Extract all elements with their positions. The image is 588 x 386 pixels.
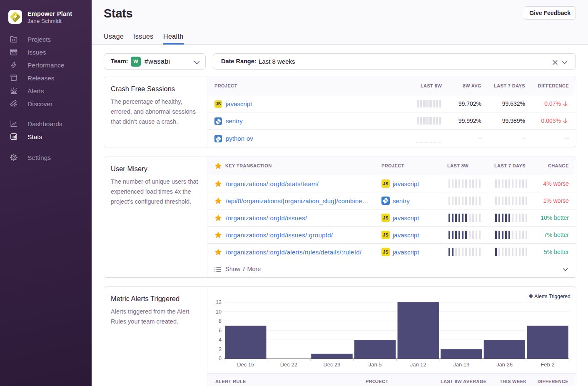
svg-text:Jan 5: Jan 5 bbox=[369, 361, 382, 368]
svg-text:Alerts Triggered: Alerts Triggered bbox=[534, 294, 571, 299]
svg-text:6: 6 bbox=[219, 328, 222, 334]
svg-text:Feb 2: Feb 2 bbox=[541, 361, 554, 368]
svg-text:Jan 19: Jan 19 bbox=[453, 361, 469, 368]
svg-text:Jan 26: Jan 26 bbox=[496, 361, 513, 368]
svg-text:Dec 22: Dec 22 bbox=[280, 361, 297, 368]
svg-text:10: 10 bbox=[216, 309, 222, 315]
svg-text:Dec 15: Dec 15 bbox=[237, 361, 254, 368]
svg-text:4: 4 bbox=[219, 337, 222, 343]
svg-text:Jan 12: Jan 12 bbox=[410, 361, 426, 368]
svg-text:Dec 29: Dec 29 bbox=[323, 361, 340, 368]
svg-text:8: 8 bbox=[219, 318, 222, 324]
svg-text:12: 12 bbox=[216, 299, 222, 305]
svg-text:0: 0 bbox=[219, 356, 222, 361]
svg-text:2: 2 bbox=[219, 346, 222, 352]
